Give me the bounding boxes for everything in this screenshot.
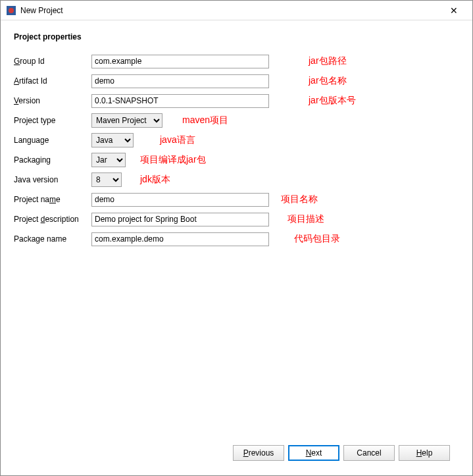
- annot-group-id: jar包路径: [309, 55, 347, 67]
- version-input[interactable]: [91, 94, 269, 108]
- app-icon: [6, 5, 16, 16]
- new-project-dialog: New Project ✕ Project properties Group I…: [0, 0, 473, 476]
- annot-version: jar包版本号: [309, 95, 356, 107]
- row-package-name: Package name 代码包目录: [14, 231, 459, 247]
- annot-package-name: 代码包目录: [294, 233, 340, 245]
- annot-project-name: 项目名称: [281, 194, 318, 205]
- annot-artifact-id: jar包名称: [309, 75, 347, 87]
- row-language: Language Java java语言: [14, 132, 459, 148]
- label-project-description: Project description: [14, 215, 91, 224]
- annot-language: java语言: [160, 134, 195, 146]
- language-select[interactable]: Java: [91, 133, 134, 147]
- project-description-input[interactable]: [91, 213, 269, 226]
- label-packaging: Packaging: [14, 155, 91, 165]
- label-version: Version: [14, 96, 91, 105]
- label-project-type: Project type: [14, 116, 91, 125]
- section-title: Project properties: [14, 32, 459, 41]
- row-java-version: Java version 8 jdk版本: [14, 172, 459, 188]
- group-id-input[interactable]: [91, 55, 269, 68]
- row-project-description: Project description 项目描述: [14, 211, 459, 227]
- titlebar: New Project ✕: [1, 1, 472, 20]
- project-type-select[interactable]: Maven Project: [91, 113, 162, 128]
- label-language: Language: [14, 136, 91, 145]
- svg-point-1: [9, 8, 14, 13]
- label-group-id: Group Id: [14, 57, 91, 66]
- row-group-id: Group Id jar包路径: [14, 53, 459, 69]
- close-icon[interactable]: ✕: [441, 1, 467, 20]
- row-version: Version jar包版本号: [14, 93, 459, 109]
- previous-button[interactable]: Previous: [233, 445, 284, 461]
- label-artifact-id: Artifact Id: [14, 76, 91, 86]
- label-java-version: Java version: [14, 175, 91, 184]
- dialog-content: Project properties Group Id jar包路径 Artif…: [1, 20, 472, 475]
- project-name-input[interactable]: [91, 193, 269, 207]
- row-project-name: Project name 项目名称: [14, 192, 459, 207]
- row-artifact-id: Artifact Id jar包名称: [14, 73, 459, 89]
- form: Group Id jar包路径 Artifact Id jar包名称 Versi…: [14, 53, 459, 441]
- annot-project-type: maven项目: [182, 115, 228, 126]
- row-project-type: Project type Maven Project maven项目: [14, 113, 459, 128]
- annot-project-description: 项目描述: [287, 213, 324, 225]
- annot-java-version: jdk版本: [140, 174, 170, 186]
- window-title: New Project: [20, 6, 441, 15]
- annot-packaging: 项目编译成jar包: [140, 154, 206, 166]
- help-button[interactable]: Help: [399, 445, 450, 461]
- cancel-button[interactable]: Cancel: [343, 445, 395, 461]
- row-packaging: Packaging Jar 项目编译成jar包: [14, 152, 459, 168]
- label-project-name: Project name: [14, 195, 91, 204]
- next-button[interactable]: Next: [288, 445, 339, 461]
- artifact-id-input[interactable]: [91, 74, 269, 88]
- packaging-select[interactable]: Jar: [91, 153, 126, 167]
- package-name-input[interactable]: [91, 232, 269, 246]
- button-bar: Previous Next Cancel Help: [14, 441, 459, 469]
- java-version-select[interactable]: 8: [91, 172, 122, 187]
- label-package-name: Package name: [14, 234, 91, 244]
